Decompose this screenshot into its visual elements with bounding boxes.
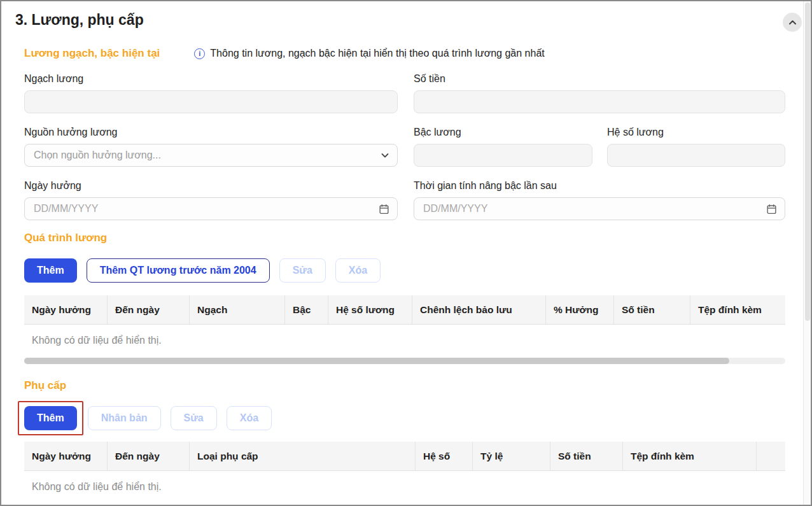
thoi-gian-nang-bac-input[interactable] bbox=[423, 203, 766, 214]
column-header: Số tiền bbox=[613, 295, 690, 325]
allowances-heading: Phụ cấp bbox=[24, 379, 785, 392]
column-header: Ngày hưởng bbox=[24, 295, 107, 325]
calendar-icon[interactable] bbox=[766, 204, 777, 214]
nguon-huong-luong-select[interactable]: Chọn nguồn hưởng lương... bbox=[24, 144, 398, 167]
add-salary-history-button[interactable]: Thêm bbox=[24, 258, 77, 283]
allowances-table: Ngày hưởng Đến ngày Loại phụ cấp Hệ số T… bbox=[24, 442, 785, 500]
edit-allowance-button: Sửa bbox=[171, 406, 217, 430]
ngay-huong-label: Ngày hưởng bbox=[24, 180, 398, 192]
column-header: Chênh lệch bảo lưu bbox=[412, 295, 545, 325]
page-title: 3. Lương, phụ cấp bbox=[15, 11, 144, 29]
bac-luong-input bbox=[414, 144, 592, 167]
column-header: % Hưởng bbox=[545, 295, 613, 325]
calendar-icon[interactable] bbox=[379, 204, 389, 214]
so-tien-input bbox=[414, 90, 785, 113]
scroll-to-top-button[interactable] bbox=[783, 13, 802, 32]
chevron-down-icon bbox=[381, 151, 389, 160]
chevron-up-icon bbox=[788, 18, 797, 27]
column-header: Bậc bbox=[284, 295, 328, 325]
column-header-empty bbox=[756, 442, 785, 471]
column-header: Số tiền bbox=[550, 442, 622, 471]
current-salary-info-text: Thông tin lương, ngạch bậc hiện tại hiển… bbox=[210, 48, 544, 59]
add-pre-2004-salary-button[interactable]: Thêm QT lương trước năm 2004 bbox=[87, 258, 270, 283]
salary-history-table-header: Ngày hưởng Đến ngày Ngạch Bậc Hệ số lươn… bbox=[24, 295, 785, 325]
salary-allowance-panel: Lương ngạch, bậc hiện tại i Thông tin lư… bbox=[24, 47, 785, 500]
thoi-gian-nang-bac-label: Thời gian tính nâng bậc lần sau bbox=[414, 180, 785, 192]
allowances-table-header: Ngày hưởng Đến ngày Loại phụ cấp Hệ số T… bbox=[24, 442, 785, 471]
column-header: Loại phụ cấp bbox=[189, 442, 415, 471]
vertical-scrollbar[interactable] bbox=[803, 1, 811, 505]
so-tien-label: Số tiền bbox=[414, 73, 785, 85]
nguon-huong-luong-label: Nguồn hưởng lương bbox=[24, 127, 398, 138]
he-so-luong-input bbox=[607, 144, 785, 167]
salary-history-heading: Quá trình lương bbox=[24, 232, 785, 244]
ngach-luong-label: Ngạch lương bbox=[24, 73, 398, 85]
info-icon: i bbox=[194, 48, 205, 59]
column-header: Tệp đính kèm bbox=[690, 295, 785, 325]
ngay-huong-input[interactable] bbox=[34, 203, 379, 214]
delete-salary-history-button: Xóa bbox=[335, 258, 381, 283]
column-header: Tỷ lệ bbox=[472, 442, 550, 471]
column-header: Tệp đính kèm bbox=[622, 442, 756, 471]
column-header: Đến ngày bbox=[107, 295, 189, 325]
salary-history-table: Ngày hưởng Đến ngày Ngạch Bậc Hệ số lươn… bbox=[24, 295, 785, 354]
add-allowance-button[interactable]: Thêm bbox=[24, 406, 77, 430]
column-header: Ngày hưởng bbox=[24, 442, 107, 471]
duplicate-allowance-button: Nhân bản bbox=[88, 406, 161, 430]
vertical-scrollbar-thumb[interactable] bbox=[805, 3, 810, 321]
delete-allowance-button: Xóa bbox=[227, 406, 272, 430]
horizontal-scrollbar[interactable] bbox=[24, 358, 785, 364]
ngay-huong-date-input[interactable] bbox=[24, 197, 398, 220]
column-header: Hệ số lương bbox=[328, 295, 412, 325]
current-salary-heading: Lương ngạch, bậc hiện tại bbox=[24, 47, 160, 60]
empty-state-text: Không có dữ liệu để hiển thị. bbox=[24, 325, 785, 354]
column-header: Đến ngày bbox=[107, 442, 189, 471]
horizontal-scrollbar-thumb[interactable] bbox=[24, 358, 729, 364]
edit-salary-history-button: Sửa bbox=[279, 258, 326, 283]
column-header: Hệ số bbox=[415, 442, 472, 471]
bac-luong-label: Bậc lương bbox=[414, 127, 592, 138]
select-placeholder: Chọn nguồn hưởng lương... bbox=[34, 150, 381, 161]
ngach-luong-input bbox=[24, 90, 398, 113]
he-so-luong-label: Hệ số lương bbox=[607, 127, 785, 138]
column-header: Ngạch bbox=[189, 295, 284, 325]
thoi-gian-nang-bac-date-input[interactable] bbox=[414, 197, 785, 220]
empty-state-text: Không có dữ liệu để hiển thị. bbox=[24, 471, 785, 500]
highlight-box: Thêm bbox=[18, 401, 83, 435]
